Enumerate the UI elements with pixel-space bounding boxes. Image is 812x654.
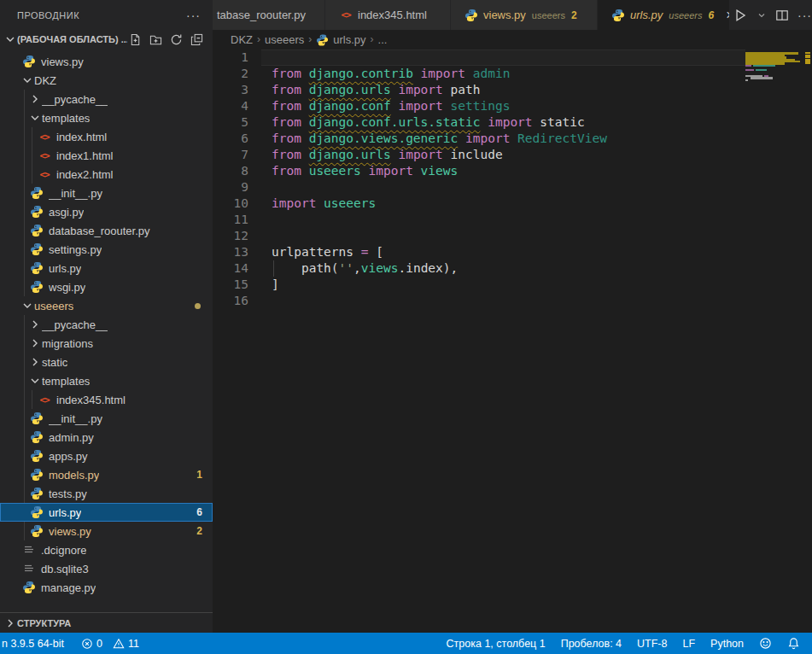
workspace-section-header[interactable]: (РАБОЧАЯ ОБЛАСТЬ) ... <box>0 30 213 49</box>
status-eol[interactable]: LF <box>677 633 700 654</box>
status-language-mode[interactable]: Python <box>705 633 749 654</box>
tree-item-DKZ[interactable]: DKZ <box>0 71 213 90</box>
breadcrumb-separator: › <box>371 33 374 45</box>
tree-item-label: templates <box>42 375 90 388</box>
breadcrumb-item-DKZ[interactable]: DKZ <box>231 33 253 46</box>
tab-label: views.py <box>483 9 526 21</box>
more-actions-icon[interactable]: ··· <box>795 5 812 26</box>
tree-item-templates[interactable]: templates <box>0 371 213 390</box>
tree-item-tests.py[interactable]: tests.py <box>0 484 213 503</box>
python-icon <box>30 261 44 275</box>
tree-item-label: __init__.py <box>49 412 102 425</box>
tree-item-wsgi.py[interactable]: wsgi.py <box>0 277 213 296</box>
line-number: 2 <box>213 66 248 82</box>
tree-item-static[interactable]: static <box>0 353 213 371</box>
status-encoding[interactable]: UTF-8 <box>632 633 672 654</box>
tree-item-label: settings.py <box>49 243 102 256</box>
refresh-icon[interactable] <box>168 32 184 47</box>
tree-item-index2.html[interactable]: <>index2.html <box>0 165 213 184</box>
code-line-11: 11 <box>213 212 745 228</box>
tree-item-views.py[interactable]: views.py2 <box>0 522 213 540</box>
file-icon <box>22 543 36 557</box>
new-folder-icon[interactable] <box>148 32 163 47</box>
minimap-line <box>745 65 803 67</box>
breadcrumb: DKZ›useeers›urls.py›... <box>213 30 812 49</box>
minimap[interactable] <box>745 49 803 633</box>
run-icon[interactable] <box>730 5 751 26</box>
tab-index345.html[interactable]: <>index345.html <box>325 0 451 30</box>
new-file-icon[interactable] <box>127 32 143 47</box>
tree-item-admin.py[interactable]: admin.py <box>0 428 213 447</box>
status-indentation[interactable]: Пробелов: 4 <box>556 633 627 654</box>
tree-item-__pycache__[interactable]: __pycache__ <box>0 315 213 334</box>
status-python-interpreter[interactable]: n 3.9.5 64-bit <box>0 633 69 654</box>
tree-item-index345.html[interactable]: <>index345.html <box>0 390 213 409</box>
code-line-4: 4from django.conf import settings <box>213 98 745 114</box>
tab-views.py[interactable]: views.pyuseeers2 <box>451 0 598 30</box>
tab-problems-badge: 2 <box>571 9 577 21</box>
code-line-9: 9 <box>213 179 745 196</box>
python-icon <box>30 487 44 500</box>
code-indent-guide <box>273 260 274 277</box>
status-cursor-position[interactable]: Строка 1, столбец 1 <box>441 633 551 654</box>
tree-item-index.html[interactable]: <>index.html <box>0 127 213 146</box>
tree-item-__init__.py[interactable]: __init__.py <box>0 184 213 202</box>
split-editor-icon[interactable] <box>773 5 792 26</box>
tree-item-db.sqlite3[interactable]: db.sqlite3 <box>0 559 213 578</box>
tree-item-label: apps.py <box>49 450 88 463</box>
python-icon <box>464 9 478 22</box>
overview-ruler <box>803 49 812 633</box>
tab-urls.py[interactable]: urls.pyuseeers6× <box>598 0 730 30</box>
tree-item-label: views.py <box>49 525 91 538</box>
chevron-right-icon <box>3 616 17 630</box>
tree-item-settings.py[interactable]: settings.py <box>0 240 213 259</box>
error-icon <box>81 638 93 650</box>
breadcrumb-item-...[interactable]: ... <box>378 33 388 46</box>
tree-item-label: __pycache__ <box>42 318 108 331</box>
tree-item-__pycache__[interactable]: __pycache__ <box>0 90 213 108</box>
collapse-all-icon[interactable] <box>189 32 204 47</box>
python-icon <box>30 449 44 463</box>
more-actions-icon[interactable]: ··· <box>186 9 201 22</box>
tree-item-useeers[interactable]: useeers <box>0 296 213 315</box>
tree-item-__init__.py[interactable]: __init__.py <box>0 409 213 428</box>
tree-item-migrations[interactable]: migrations <box>0 334 213 353</box>
chevron-down-icon <box>28 111 42 125</box>
tree-item-apps.py[interactable]: apps.py <box>0 447 213 465</box>
tab-tabase_roouter.py[interactable]: tabase_roouter.py <box>213 0 325 30</box>
code-line-12: 12 <box>213 228 745 244</box>
tree-item-index1.html[interactable]: <>index1.html <box>0 146 213 165</box>
tree-item-urls.py[interactable]: urls.py <box>0 259 213 277</box>
feedback-icon <box>759 637 772 650</box>
outline-section-header[interactable]: СТРУКТУРА <box>0 612 213 633</box>
tree-item-database_roouter.py[interactable]: database_roouter.py <box>0 221 213 240</box>
status-feedback[interactable] <box>754 633 777 654</box>
tree-item-label: migrations <box>42 337 93 350</box>
status-bar-right: Строка 1, столбец 1Пробелов: 4UTF-8LFPyt… <box>436 633 805 654</box>
tree-item-templates[interactable]: templates <box>0 108 213 127</box>
breadcrumb-item-useeers[interactable]: useeers <box>265 33 304 46</box>
tree-item-models.py[interactable]: models.py1 <box>0 465 213 484</box>
python-icon <box>22 581 36 594</box>
status-problems[interactable]: 011 <box>76 633 144 654</box>
tree-item-manage.py[interactable]: manage.py <box>0 578 213 597</box>
code-editor[interactable]: 12from django.contrib import admin3from … <box>213 49 812 633</box>
code-line-15: 15] <box>213 277 745 293</box>
explorer-header: ПРОВОДНИК ··· <box>0 0 213 30</box>
run-dropdown-icon[interactable] <box>754 5 769 26</box>
tree-item-asgi.py[interactable]: asgi.py <box>0 202 213 221</box>
tree-item-label: database_roouter.py <box>49 225 150 237</box>
chevron-down-icon <box>20 299 34 312</box>
tree-item-views.py[interactable]: views.py <box>0 52 213 71</box>
python-icon <box>30 412 44 425</box>
code-line-16: 16 <box>213 293 745 309</box>
breadcrumb-item-urls.py[interactable]: urls.py <box>316 33 365 46</box>
tab-description: useeers <box>669 10 702 20</box>
code-line-8: 8from useeers import views <box>213 163 745 179</box>
line-number: 8 <box>213 163 248 179</box>
tree-item-.dcignore[interactable]: .dcignore <box>0 540 213 559</box>
line-number: 6 <box>213 131 248 147</box>
status-notifications[interactable] <box>782 633 805 654</box>
tree-item-urls.py[interactable]: urls.py6 <box>0 503 213 522</box>
code-line-2: 2from django.contrib import admin <box>213 66 745 82</box>
